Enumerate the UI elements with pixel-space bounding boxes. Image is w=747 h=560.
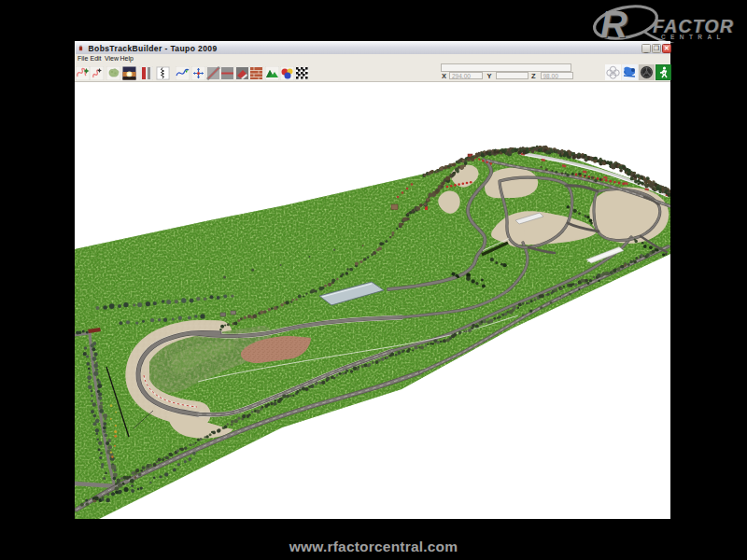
svg-text:CENTRAL: CENTRAL bbox=[661, 34, 726, 40]
svg-text:R: R bbox=[600, 4, 627, 44]
